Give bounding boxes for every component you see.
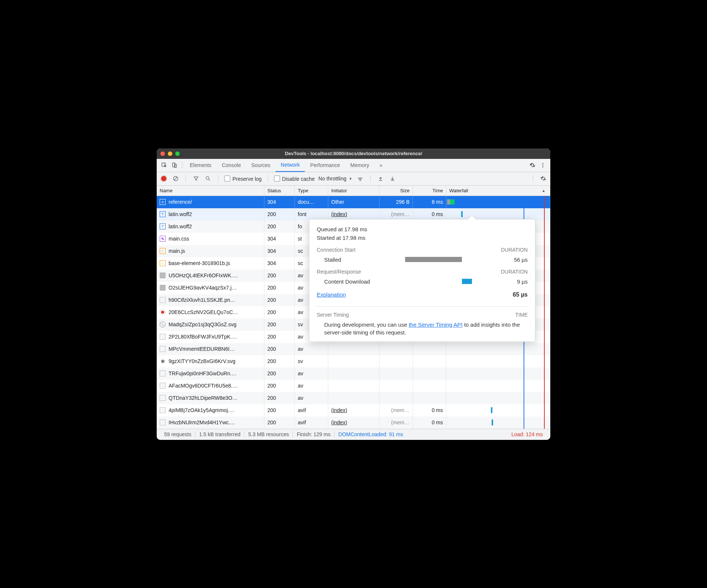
import-har-icon[interactable] [377,174,385,183]
file-name: main.js [169,248,185,254]
status-requests: 59 requests [160,431,195,437]
stalled-label: Stalled [317,257,395,263]
status-finish: Finish: 129 ms [293,431,334,437]
file-name: O2sIJEHG9avKV4aqzSx7.j… [169,285,237,291]
col-status[interactable]: Status [264,186,295,196]
file-name: QTDnaY32hLDipeRW8e3O… [169,395,238,401]
size-cell [379,343,413,355]
initiator-cell[interactable]: (index) [328,404,379,416]
type-cell: av [295,343,328,355]
export-har-icon[interactable] [388,174,397,183]
table-row[interactable]: ≡reference/304docu…Other296 B8 ms [157,196,550,208]
explanation-link[interactable]: Explanation [317,291,346,298]
type-cell: docu… [295,196,328,208]
waterfall-cell [446,416,550,429]
tab-elements[interactable]: Elements [185,159,216,172]
status-cell: 304 [264,196,295,208]
status-cell: 200 [264,282,295,294]
time-cell [413,368,446,380]
clear-icon[interactable] [172,174,180,183]
initiator-cell [328,392,379,404]
col-size[interactable]: Size [379,186,413,196]
status-cell: 200 [264,368,295,380]
initiator-cell: Other [328,196,379,208]
initiator-cell [328,343,379,355]
table-row[interactable]: 4pIMBj7zOAk1y5Agmmoj.…200avif(index)(mem… [157,404,550,416]
preserve-log-checkbox[interactable]: Preserve log [224,176,262,182]
table-row[interactable]: ✻9gzXiTYY0nZzBxGI6KrV.svg200sv [157,355,550,368]
initiator-cell[interactable]: (index) [328,416,379,429]
time-cell: 0 ms [413,416,446,429]
network-conditions-icon[interactable] [356,174,364,183]
waterfall-cell [446,343,550,355]
time-cell [413,343,446,355]
type-cell: avif [295,416,328,429]
file-name: main.css [169,236,189,242]
kebab-menu-icon[interactable] [538,160,548,170]
tab-more[interactable]: » [374,159,388,172]
requests-table: Name Status Type Initiator Size Time Wat… [157,186,550,429]
table-header: Name Status Type Initiator Size Time Wat… [157,186,550,196]
status-cell: 304 [264,257,295,270]
titlebar: DevTools - localhost:8080/docs/devtools/… [157,148,550,159]
status-cell: 304 [264,245,295,257]
size-cell [379,355,413,368]
status-cell: 200 [264,416,295,429]
col-initiator[interactable]: Initiator [328,186,379,196]
filter-icon[interactable] [192,174,200,183]
tab-network[interactable]: Network [276,159,305,172]
col-waterfall[interactable]: Waterfall ▲ [446,186,550,196]
divider [182,161,182,169]
disable-cache-checkbox[interactable]: Disable cache [274,176,315,182]
zoom-icon[interactable] [175,151,180,156]
status-cell: 200 [264,318,295,331]
network-toolbar: Preserve log Disable cache No throttling… [157,172,550,186]
table-row[interactable]: Tlatin.woff2200font(index)(mem…0 ms [157,208,550,220]
tab-memory[interactable]: Memory [345,159,375,172]
table-row[interactable]: MPcVmmemtEEDURBN6I…200av [157,343,550,355]
col-name[interactable]: Name [157,186,264,196]
waterfall-cell [446,306,550,318]
type-cell: av [295,380,328,392]
initiator-cell [328,355,379,368]
type-cell: font [295,208,328,220]
status-cell: 304 [264,233,295,245]
search-icon[interactable] [204,174,212,183]
col-type[interactable]: Type [295,186,328,196]
waterfall-cell [446,355,550,368]
waterfall-cell [446,208,550,220]
file-name: U5OHzQL4tEKFr6OFIxWK…. [169,272,238,278]
svg-point-8 [360,180,360,181]
devtools-window: DevTools - localhost:8080/docs/devtools/… [157,148,550,440]
file-name: latin.woff2 [169,211,192,217]
waterfall-cell [446,220,550,233]
section-connection: Connection Start [317,247,355,253]
file-name: base-element-3018901b.js [169,260,230,266]
table-row[interactable]: AFacMOgv6D0CFTr6U5e8.…200av [157,380,550,392]
section-request: Request/Response [317,269,361,275]
file-name: latin.woff2 [169,223,192,229]
device-toggle-icon[interactable] [169,160,180,170]
close-icon[interactable] [160,151,165,156]
table-row[interactable]: QTDnaY32hLDipeRW8e3O…200av [157,392,550,404]
file-name: reference/ [169,199,192,205]
table-row[interactable]: TRFujw0pi0nHF3GwDuRn.…200av [157,368,550,380]
waterfall-cell [446,294,550,306]
tab-console[interactable]: Console [216,159,246,172]
file-name: MadqZsIZpo1sj3qQ3GsZ.svg [169,321,237,327]
throttling-select[interactable]: No throttling ▼ [319,176,352,182]
network-settings-icon[interactable] [539,174,547,183]
settings-icon[interactable] [527,160,538,170]
file-name: MPcVmmemtEEDURBN6I… [169,346,235,352]
initiator-cell[interactable]: (index) [328,208,379,220]
status-dcl: DOMContentLoaded: 91 ms [334,431,407,437]
waterfall-cell [446,318,550,331]
table-row[interactable]: IHvzbNUlrm2Mvd4H1Ywc.…200avif(index)(mem… [157,416,550,429]
col-time[interactable]: Time [413,186,446,196]
tab-sources[interactable]: Sources [246,159,276,172]
minimize-icon[interactable] [168,151,172,156]
time-cell [413,355,446,368]
record-button[interactable] [160,174,168,183]
inspect-element-icon[interactable] [159,160,169,170]
tab-performance[interactable]: Performance [305,159,345,172]
